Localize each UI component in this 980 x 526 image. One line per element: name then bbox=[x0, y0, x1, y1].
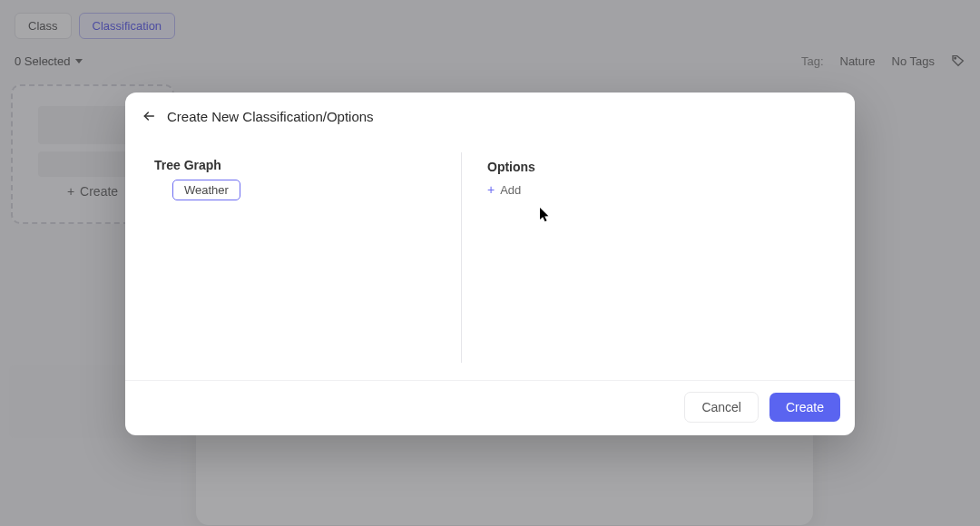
tree-graph-panel: Tree Graph Weather bbox=[154, 141, 461, 380]
tree-node-weather[interactable]: Weather bbox=[172, 180, 240, 200]
modal-title: Create New Classification/Options bbox=[167, 109, 374, 124]
create-button[interactable]: Create bbox=[769, 393, 840, 422]
plus-icon: + bbox=[487, 182, 495, 197]
add-option-label: Add bbox=[500, 183, 521, 197]
modal-footer: Cancel Create bbox=[125, 380, 855, 435]
back-button[interactable] bbox=[140, 107, 158, 125]
create-classification-modal: Create New Classification/Options Tree G… bbox=[125, 93, 855, 435]
options-heading: Options bbox=[487, 160, 829, 174]
tree-graph-heading: Tree Graph bbox=[154, 158, 439, 172]
options-panel: Options + Add bbox=[462, 141, 829, 380]
modal-body: Tree Graph Weather Options + Add bbox=[125, 132, 855, 380]
cancel-button[interactable]: Cancel bbox=[684, 392, 759, 423]
add-option-button[interactable]: + Add bbox=[487, 182, 521, 197]
modal-header: Create New Classification/Options bbox=[125, 93, 855, 132]
arrow-left-icon bbox=[142, 109, 156, 123]
